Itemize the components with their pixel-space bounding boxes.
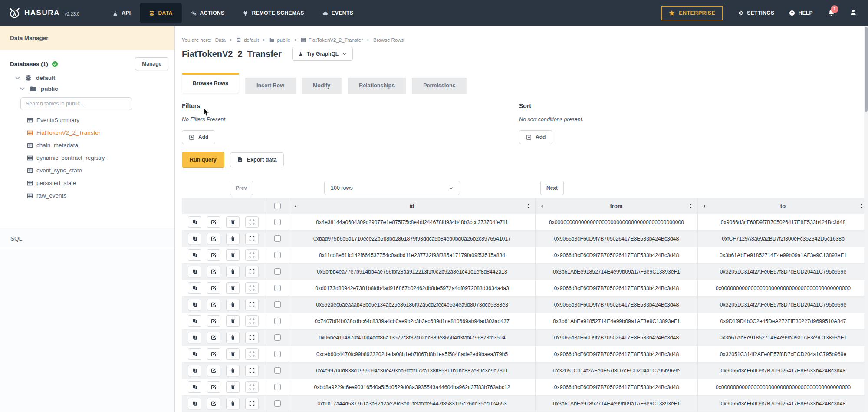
expand-row-button[interactable] (245, 315, 259, 327)
collapse-column-icon[interactable] (702, 204, 707, 208)
breadcrumb-item-browse-rows[interactable]: Browse Rows (373, 37, 404, 43)
copy-row-button[interactable] (188, 266, 201, 277)
sidebar-item-sql[interactable]: SQL (0, 228, 174, 249)
sort-icon[interactable] (526, 204, 531, 208)
row-checkbox[interactable] (274, 400, 281, 407)
trash-row-button[interactable] (226, 249, 240, 261)
row-checkbox[interactable] (274, 367, 281, 374)
trash-row-button[interactable] (226, 332, 240, 343)
manage-button[interactable]: Manage (135, 57, 168, 70)
enterprise-button[interactable]: ENTERPRISE (661, 6, 723, 20)
row-checkbox[interactable] (274, 235, 281, 242)
nav-item-data[interactable]: DATA (140, 3, 181, 23)
page-scrollbar[interactable] (864, 26, 868, 412)
row-checkbox[interactable] (274, 301, 281, 308)
brand[interactable]: λ HASURA v2.23.0 (9, 7, 79, 19)
row-checkbox[interactable] (274, 351, 281, 357)
row-checkbox[interactable] (274, 334, 281, 341)
breadcrumb-item-data[interactable]: Data (215, 37, 226, 43)
settings-button[interactable]: SETTINGS (738, 10, 774, 16)
sidebar-table-chain-metadata[interactable]: chain_metadata (0, 139, 174, 152)
copy-row-button[interactable] (188, 249, 201, 261)
expand-row-button[interactable] (245, 233, 259, 244)
user-menu-button[interactable] (850, 9, 857, 17)
copy-row-button[interactable] (188, 348, 201, 360)
copy-row-button[interactable] (188, 282, 201, 294)
sort-icon[interactable] (688, 204, 693, 208)
sidebar-table-persisted-state[interactable]: persisted_state (0, 177, 174, 189)
expand-row-button[interactable] (245, 249, 259, 261)
collapse-column-icon[interactable] (540, 204, 544, 208)
rows-per-page-select[interactable]: 100 rows (324, 181, 460, 195)
trash-row-button[interactable] (226, 398, 240, 409)
copy-row-button[interactable] (188, 398, 201, 409)
edit-row-button[interactable] (207, 282, 220, 294)
sidebar-table-dynamic-contract-registry[interactable]: dynamic_contract_registry (0, 152, 174, 164)
trash-row-button[interactable] (226, 299, 240, 310)
chevron-down-icon[interactable] (19, 86, 26, 92)
try-graphql-button[interactable]: Try GraphQL (292, 47, 353, 61)
breadcrumb-item-public[interactable]: public (269, 37, 290, 43)
edit-row-button[interactable] (207, 398, 220, 409)
copy-row-button[interactable] (188, 216, 201, 228)
trash-row-button[interactable] (226, 233, 240, 244)
nav-item-api[interactable]: API (103, 3, 140, 23)
help-button[interactable]: ? HELP (789, 10, 813, 16)
sidebar-table-fiattokenv2-2-transfer[interactable]: FiatTokenV2_2_Transfer (0, 126, 174, 139)
expand-row-button[interactable] (245, 332, 259, 343)
edit-row-button[interactable] (207, 266, 220, 277)
export-data-button[interactable]: Export data (230, 152, 284, 167)
row-checkbox[interactable] (274, 285, 281, 291)
breadcrumb-item-fiattokenv2-2-transfer[interactable]: FiatTokenV2_2_Transfer (301, 37, 363, 43)
trash-row-button[interactable] (226, 266, 240, 277)
expand-row-button[interactable] (245, 299, 259, 310)
edit-row-button[interactable] (207, 365, 220, 376)
edit-row-button[interactable] (207, 332, 220, 343)
run-query-button[interactable]: Run query (182, 152, 224, 168)
trash-row-button[interactable] (226, 282, 240, 294)
tab-modify[interactable]: Modify (302, 78, 342, 94)
select-all-checkbox[interactable] (274, 203, 281, 209)
expand-row-button[interactable] (245, 365, 259, 376)
nav-item-actions[interactable]: ACTIONS (182, 3, 234, 23)
edit-row-button[interactable] (207, 249, 220, 261)
tab-relationships[interactable]: Relationships (348, 78, 406, 94)
copy-row-button[interactable] (188, 233, 201, 244)
edit-row-button[interactable] (207, 299, 220, 310)
breadcrumb-item-default[interactable]: default (236, 37, 259, 43)
sort-icon[interactable] (859, 204, 864, 208)
copy-row-button[interactable] (188, 315, 201, 327)
copy-row-button[interactable] (188, 299, 201, 310)
expand-row-button[interactable] (245, 381, 259, 393)
tab-permissions[interactable]: Permissions (412, 78, 467, 94)
nav-item-events[interactable]: EVENTS (313, 3, 362, 23)
row-checkbox[interactable] (274, 268, 281, 275)
sidebar-schema-public[interactable]: public (0, 86, 174, 92)
expand-row-button[interactable] (245, 398, 259, 409)
copy-row-button[interactable] (188, 332, 201, 343)
notifications-button[interactable]: 1 (828, 9, 835, 18)
row-checkbox[interactable] (274, 318, 281, 324)
copy-row-button[interactable] (188, 381, 201, 393)
expand-row-button[interactable] (245, 266, 259, 277)
collapse-column-icon[interactable] (293, 204, 298, 208)
sidebar-database-default[interactable]: default (0, 75, 174, 81)
expand-row-button[interactable] (245, 216, 259, 228)
sidebar-table-event-sync-state[interactable]: event_sync_state (0, 164, 174, 177)
tab-insert-row[interactable]: Insert Row (245, 78, 296, 94)
trash-row-button[interactable] (226, 315, 240, 327)
add-filter-button[interactable]: Add (182, 130, 215, 144)
table-search-input[interactable] (20, 97, 132, 110)
chevron-down-icon[interactable] (14, 75, 21, 81)
tab-browse-rows[interactable]: Browse Rows (182, 73, 239, 93)
edit-row-button[interactable] (207, 216, 220, 228)
row-checkbox[interactable] (274, 384, 281, 390)
trash-row-button[interactable] (226, 348, 240, 360)
scrollbar-thumb[interactable] (865, 27, 868, 112)
add-sort-button[interactable]: Add (519, 130, 552, 144)
expand-row-button[interactable] (245, 348, 259, 360)
edit-row-button[interactable] (207, 381, 220, 393)
edit-row-button[interactable] (207, 315, 220, 327)
row-checkbox[interactable] (274, 252, 281, 258)
edit-row-button[interactable] (207, 348, 220, 360)
